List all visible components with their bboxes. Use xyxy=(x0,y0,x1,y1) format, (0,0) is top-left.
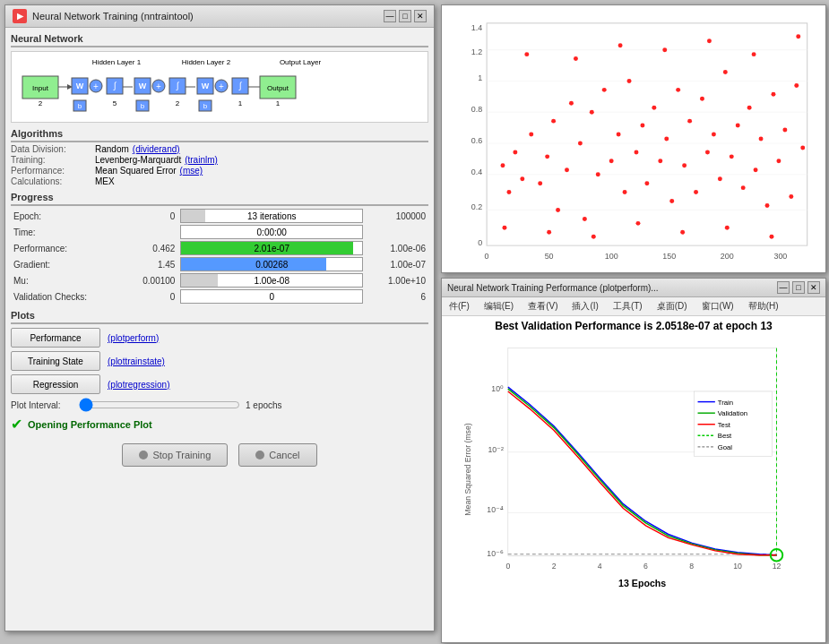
algo-link-training[interactable]: (trainlm) xyxy=(185,155,218,165)
svg-point-124 xyxy=(680,230,685,235)
svg-point-112 xyxy=(800,145,805,150)
status-bar: ✔ Opening Performance Plot xyxy=(11,416,428,433)
svg-text:8: 8 xyxy=(689,562,694,571)
menu-desktop[interactable]: 桌面(D) xyxy=(650,298,695,314)
svg-text:Input: Input xyxy=(32,84,49,92)
svg-point-100 xyxy=(730,154,734,159)
performance-bar-cell: 2.01e-07 xyxy=(177,240,366,256)
svg-text:b: b xyxy=(203,102,208,110)
minimize-button[interactable]: — xyxy=(384,10,396,22)
svg-text:Output: Output xyxy=(267,84,289,92)
menu-file[interactable]: 件(F) xyxy=(442,298,477,314)
svg-text:2: 2 xyxy=(39,99,43,107)
time-bar-outer: 0:00:00 xyxy=(180,225,363,239)
svg-text:10: 10 xyxy=(733,562,742,571)
svg-point-85 xyxy=(640,124,644,128)
svg-point-111 xyxy=(794,83,799,88)
svg-text:Best: Best xyxy=(718,432,732,440)
svg-text:200: 200 xyxy=(721,252,734,261)
svg-point-78 xyxy=(596,172,600,176)
svg-point-117 xyxy=(707,39,712,43)
regression-plot-link[interactable]: (plotregression) xyxy=(108,380,169,390)
svg-point-126 xyxy=(769,235,773,239)
epoch-bar-text: 13 iterations xyxy=(181,210,362,224)
svg-text:Mean Squared Error (mse): Mean Squared Error (mse) xyxy=(463,423,472,515)
svg-point-86 xyxy=(644,181,649,185)
svg-text:0.2: 0.2 xyxy=(471,202,482,211)
svg-point-76 xyxy=(583,217,587,221)
algo-label-datadiv: Data Division: xyxy=(11,144,91,154)
valchecks-bar-outer: 0 xyxy=(180,289,363,304)
menu-insert[interactable]: 插入(I) xyxy=(565,298,605,314)
mu-current: 0.00100 xyxy=(116,272,178,288)
svg-text:0: 0 xyxy=(505,562,510,571)
cancel-button[interactable]: Cancel xyxy=(238,443,316,467)
gradient-max: 1.00e-07 xyxy=(366,256,428,272)
time-bar-text: 0:00:00 xyxy=(181,226,362,240)
title-bar: ▶ Neural Network Training (nntraintool) … xyxy=(5,5,434,28)
algo-link-perf[interactable]: (mse) xyxy=(180,166,203,176)
menu-tools[interactable]: 工具(T) xyxy=(606,298,650,314)
performance-label: Performance: xyxy=(11,240,116,256)
svg-point-108 xyxy=(776,159,781,163)
svg-point-102 xyxy=(741,185,746,190)
algorithms-section-header: Algorithms xyxy=(11,128,428,142)
valchecks-current: 0 xyxy=(116,288,178,305)
time-bar-cell: 0:00:00 xyxy=(177,224,366,240)
svg-text:0.4: 0.4 xyxy=(471,167,482,176)
menu-edit[interactable]: 编辑(E) xyxy=(477,298,521,314)
plot-interval-slider[interactable] xyxy=(79,398,240,412)
perf-maximize-button[interactable]: □ xyxy=(792,281,805,294)
svg-text:Goal: Goal xyxy=(718,443,733,451)
svg-text:1: 1 xyxy=(276,99,281,107)
progress-section: Epoch: 0 13 iterations 100000 Time: xyxy=(11,208,428,305)
epoch-bar-outer: 13 iterations xyxy=(180,209,363,223)
training-state-plot-button[interactable]: Training State xyxy=(11,351,100,371)
progress-row-time: Time: 0:00:00 xyxy=(11,224,428,240)
menu-help[interactable]: 帮助(H) xyxy=(741,298,786,314)
neural-network-diagram: Input 2 Hidden Layer 1 W + ∫ b b 5 Hidd xyxy=(11,51,428,123)
time-max xyxy=(366,224,428,240)
svg-point-113 xyxy=(524,52,529,56)
nn-diagram-svg: Input 2 Hidden Layer 1 W + ∫ b b 5 Hidd xyxy=(18,54,421,121)
performance-max: 1.00e-06 xyxy=(366,240,428,256)
scatter-plot-window: 0 0.2 0.4 0.6 0.8 1 1.2 1.4 0 50 100 150… xyxy=(441,4,826,273)
svg-rect-42 xyxy=(487,23,807,245)
menu-view[interactable]: 查看(V) xyxy=(521,298,565,314)
svg-point-97 xyxy=(712,133,716,137)
performance-plot-button[interactable]: Performance xyxy=(11,328,100,348)
maximize-button[interactable]: □ xyxy=(399,10,411,22)
svg-point-104 xyxy=(754,167,758,172)
mu-bar-outer: 1.00e-08 xyxy=(180,273,363,288)
performance-plot-link[interactable]: (plotperform) xyxy=(108,333,159,343)
training-state-plot-link[interactable]: (plottrainstate) xyxy=(108,356,165,366)
svg-point-64 xyxy=(500,163,505,167)
svg-text:10⁻⁶: 10⁻⁶ xyxy=(487,549,504,558)
svg-text:Validation: Validation xyxy=(718,409,747,417)
svg-text:50: 50 xyxy=(545,252,554,261)
svg-point-101 xyxy=(736,124,740,128)
perf-title-bar: Neural Network Training Performance (plo… xyxy=(442,279,825,297)
algo-link-datadiv[interactable]: (dividerand) xyxy=(133,144,180,154)
svg-point-67 xyxy=(520,176,524,181)
stop-training-button[interactable]: Stop Training xyxy=(122,443,228,467)
gradient-label: Gradient: xyxy=(11,256,116,272)
perf-close-button[interactable]: ✕ xyxy=(807,281,820,294)
menu-window[interactable]: 窗口(W) xyxy=(695,298,741,314)
svg-text:b: b xyxy=(78,102,82,110)
svg-text:2: 2 xyxy=(552,562,557,571)
epoch-max: 100000 xyxy=(366,208,428,224)
close-button[interactable]: ✕ xyxy=(414,10,427,22)
svg-text:10⁻²: 10⁻² xyxy=(488,445,504,454)
gradient-bar-cell: 0.00268 xyxy=(177,256,366,272)
svg-point-69 xyxy=(538,181,542,185)
svg-point-116 xyxy=(662,47,667,52)
svg-text:W: W xyxy=(76,82,84,90)
svg-point-73 xyxy=(565,167,569,172)
svg-point-110 xyxy=(789,194,793,199)
svg-point-79 xyxy=(602,88,607,92)
perf-window-title: Neural Network Training Performance (plo… xyxy=(447,283,659,293)
regression-plot-button[interactable]: Regression xyxy=(11,374,100,394)
perf-minimize-button[interactable]: — xyxy=(777,281,790,294)
svg-point-65 xyxy=(506,190,511,194)
